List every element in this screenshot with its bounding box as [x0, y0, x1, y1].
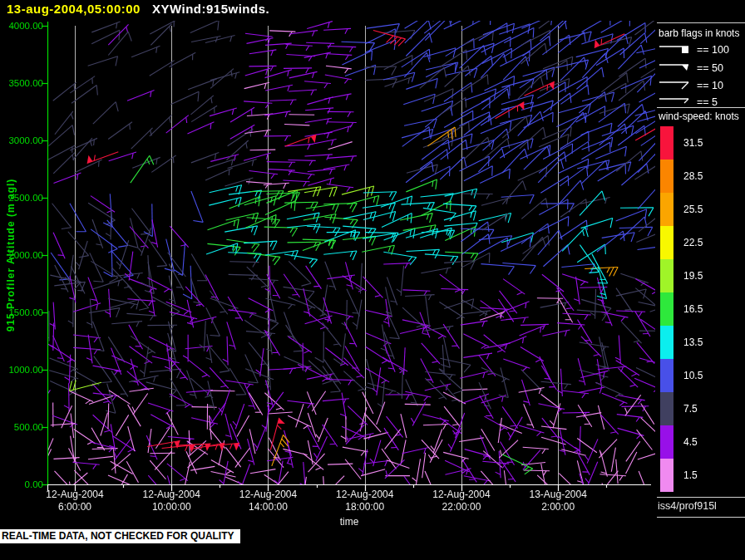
panel-divider-mid [657, 107, 745, 108]
colorbar-label: 31.5 [683, 126, 733, 160]
colorbar-label: 28.5 [683, 160, 733, 193]
barb-legend-title: barb flags in knots [659, 27, 739, 39]
page-title: XYWind:915winds. [152, 2, 269, 16]
x-tick-date: 12-Aug-2004 [214, 489, 322, 500]
x-tick-date: 12-Aug-2004 [21, 489, 129, 500]
legend-row-50: == 50 [659, 60, 723, 76]
title-datetime: 13-aug-2004,05:00:00 [7, 2, 141, 16]
colorbar-segment [660, 425, 673, 459]
quality-banner: REAL-TIME DATA, NOT CHECKED FOR QUALITY [0, 529, 240, 543]
legend-label-100: == 100 [697, 44, 729, 56]
panel-divider-top [657, 22, 745, 23]
y-tick-label: 1000.00 [0, 364, 43, 376]
colorbar-label: 1.5 [683, 459, 733, 492]
legend-row-5: == 5 [659, 94, 718, 111]
y-tick-label: 3500.00 [0, 77, 43, 89]
y-tick-label: 1500.00 [0, 307, 43, 318]
wind-barb-plot [0, 0, 745, 560]
x-tick-time: 10:00:00 [117, 501, 225, 513]
colorbar-segment [660, 459, 673, 492]
colorbar-segment [660, 226, 673, 259]
colorbar-label: 25.5 [683, 193, 733, 226]
x-tick-time: 14:00:00 [214, 501, 322, 513]
barb-pennant-50-icon [659, 61, 695, 75]
colorbar-label: 7.5 [683, 392, 733, 425]
colorbar-label: 10.5 [683, 359, 733, 392]
colorbar-segment [660, 292, 673, 326]
y-tick-label: 4000.00 [0, 20, 43, 32]
x-tick-date: 12-Aug-2004 [311, 489, 419, 500]
colorbar-title: wind-speed: knots [659, 111, 739, 122]
colorbar-label: 19.5 [683, 259, 733, 292]
x-axis-title: time [316, 516, 382, 528]
colorbar-label: 13.5 [683, 326, 733, 359]
colorbar-segment [660, 259, 673, 292]
y-tick-label: 3000.00 [0, 135, 43, 146]
y-tick-label: 500.00 [0, 421, 43, 433]
colorbar-segment [660, 193, 673, 226]
x-tick-date: 12-Aug-2004 [117, 489, 225, 500]
colorbar-segment [660, 392, 673, 425]
panel-divider-source-bottom [657, 517, 745, 518]
x-tick-time: 18:00:00 [311, 501, 419, 513]
y-tick-label: 2000.00 [0, 249, 43, 261]
x-tick-time: 2:00:00 [504, 501, 612, 513]
legend-label-5: == 5 [697, 96, 718, 108]
panel-divider-source-top [657, 497, 745, 498]
barb-full-10-icon [659, 79, 695, 92]
legend-row-10: == 10 [659, 77, 723, 94]
colorbar-segment [660, 126, 673, 160]
y-tick-label: 2500.00 [0, 192, 43, 204]
colorbar-segment [660, 359, 673, 392]
colorbar-segment [660, 326, 673, 359]
colorbar-label: 22.5 [683, 226, 733, 259]
wind-profiler-screen: 13-aug-2004,05:00:00 XYWind:915winds. 91… [0, 0, 745, 560]
data-source-label: iss4/prof915l [658, 500, 717, 512]
x-tick-date: 12-Aug-2004 [407, 489, 516, 500]
x-tick-time: 6:00:00 [21, 501, 129, 513]
colorbar-label: 16.5 [683, 292, 733, 326]
barb-flag-100-icon [659, 43, 695, 56]
colorbar-label: 4.5 [683, 425, 733, 459]
x-tick-date: 13-Aug-2004 [504, 489, 612, 500]
legend-label-10: == 10 [697, 80, 723, 91]
title-bar: 13-aug-2004,05:00:00 XYWind:915winds. [7, 2, 269, 16]
x-tick-time: 22:00:00 [407, 501, 516, 513]
colorbar-segment [660, 160, 673, 193]
legend-label-50: == 50 [697, 62, 723, 74]
legend-row-100: == 100 [659, 42, 729, 58]
